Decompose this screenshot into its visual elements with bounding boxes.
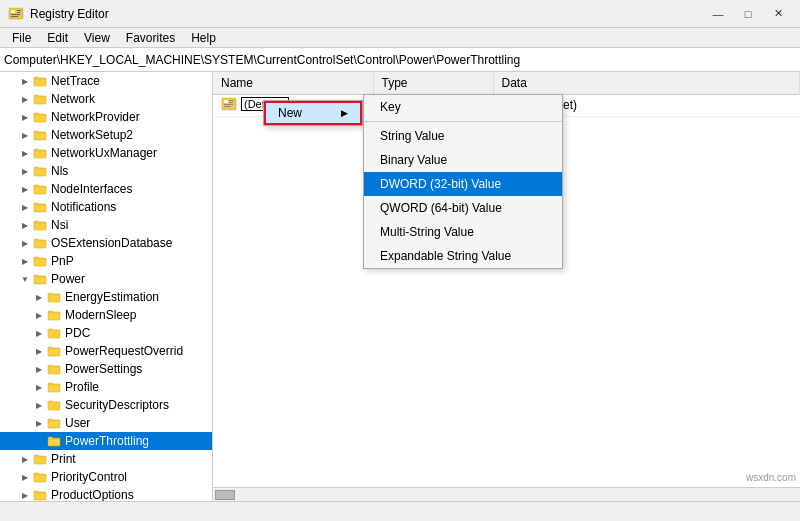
- content-panel: Name Type Data (Default)REG_SZ(value not…: [213, 72, 800, 501]
- tree-item-prioritycontrol[interactable]: PriorityControl: [0, 468, 212, 486]
- tree-label: User: [65, 416, 90, 430]
- expander-icon[interactable]: [18, 182, 32, 196]
- tree-item-securitydescriptors[interactable]: SecurityDescriptors: [0, 396, 212, 414]
- tree-item-pdc[interactable]: PDC: [0, 324, 212, 342]
- menu-edit[interactable]: Edit: [39, 28, 76, 48]
- submenu-divider: [364, 121, 562, 122]
- tree-label: NetworkSetup2: [51, 128, 133, 142]
- expander-icon[interactable]: [18, 146, 32, 160]
- expander-icon[interactable]: [32, 308, 46, 322]
- new-arrow: ▶: [341, 108, 348, 118]
- expander-icon[interactable]: [18, 452, 32, 466]
- submenu-item-multi-string-value[interactable]: Multi-String Value: [364, 220, 562, 244]
- tree-item-networkprovider[interactable]: NetworkProvider: [0, 108, 212, 126]
- menu-view[interactable]: View: [76, 28, 118, 48]
- submenu-item-string-value[interactable]: String Value: [364, 124, 562, 148]
- expander-icon[interactable]: [18, 236, 32, 250]
- folder-icon: [46, 362, 62, 376]
- tree-item-energyestimation[interactable]: EnergyEstimation: [0, 288, 212, 306]
- title-text: Registry Editor: [30, 7, 109, 21]
- tree-item-productoptions[interactable]: ProductOptions: [0, 486, 212, 501]
- svg-rect-9: [229, 102, 233, 103]
- address-text: Computer\HKEY_LOCAL_MACHINE\SYSTEM\Curre…: [4, 53, 520, 67]
- submenu-item-expandable-string-value[interactable]: Expandable String Value: [364, 244, 562, 268]
- new-menu-item[interactable]: New ▶: [264, 101, 362, 125]
- expander-icon[interactable]: [18, 272, 32, 286]
- tree-item-network[interactable]: Network: [0, 90, 212, 108]
- status-bar: [0, 501, 800, 521]
- menu-favorites[interactable]: Favorites: [118, 28, 183, 48]
- submenu-item-key[interactable]: Key: [364, 95, 562, 119]
- expander-icon[interactable]: [18, 110, 32, 124]
- tree-item-notifications[interactable]: Notifications: [0, 198, 212, 216]
- menu-help[interactable]: Help: [183, 28, 224, 48]
- expander-icon[interactable]: [32, 380, 46, 394]
- tree-label: NetworkProvider: [51, 110, 140, 124]
- expander-icon[interactable]: [18, 254, 32, 268]
- registry-editor-icon: [8, 6, 24, 22]
- menu-file[interactable]: File: [4, 28, 39, 48]
- expander-icon[interactable]: [32, 290, 46, 304]
- folder-icon: [46, 326, 62, 340]
- tree-label: Nsi: [51, 218, 68, 232]
- folder-icon: [32, 470, 48, 484]
- expander-icon[interactable]: [18, 128, 32, 142]
- expander-icon[interactable]: [32, 362, 46, 376]
- col-name: Name: [213, 72, 373, 94]
- tree-item-networksetup2[interactable]: NetworkSetup2: [0, 126, 212, 144]
- tree-label: Network: [51, 92, 95, 106]
- submenu-item-dword-32-bit-value[interactable]: DWORD (32-bit) Value: [364, 172, 562, 196]
- tree-item-powersettings[interactable]: PowerSettings: [0, 360, 212, 378]
- expander-icon[interactable]: [18, 74, 32, 88]
- expander-icon[interactable]: [18, 488, 32, 501]
- tree-item-pnp[interactable]: PnP: [0, 252, 212, 270]
- expander-icon[interactable]: [32, 326, 46, 340]
- expander-icon[interactable]: [18, 164, 32, 178]
- expander-icon[interactable]: [18, 92, 32, 106]
- expander-icon[interactable]: [18, 200, 32, 214]
- tree-item-profile[interactable]: Profile: [0, 378, 212, 396]
- tree-item-user[interactable]: User: [0, 414, 212, 432]
- h-scroll-thumb[interactable]: [215, 490, 235, 500]
- expander-icon[interactable]: [32, 398, 46, 412]
- tree-label: PnP: [51, 254, 74, 268]
- folder-icon: [32, 200, 48, 214]
- tree-item-nls[interactable]: Nls: [0, 162, 212, 180]
- tree-label: PowerSettings: [65, 362, 142, 376]
- expander-icon[interactable]: [32, 344, 46, 358]
- folder-icon: [46, 308, 62, 322]
- folder-icon: [46, 398, 62, 412]
- tree-item-nodeinterfaces[interactable]: NodeInterfaces: [0, 180, 212, 198]
- tree-item-powerthrottling[interactable]: PowerThrottling: [0, 432, 212, 450]
- tree-label: ProductOptions: [51, 488, 134, 501]
- svg-rect-5: [11, 16, 18, 17]
- horizontal-scrollbar[interactable]: [213, 487, 800, 501]
- close-button[interactable]: ✕: [764, 4, 792, 24]
- tree-item-nsi[interactable]: Nsi: [0, 216, 212, 234]
- tree-label: PDC: [65, 326, 90, 340]
- minimize-button[interactable]: —: [704, 4, 732, 24]
- folder-icon: [46, 344, 62, 358]
- tree-label: NetworkUxManager: [51, 146, 157, 160]
- tree-item-osextensiondatabase[interactable]: OSExtensionDatabase: [0, 234, 212, 252]
- maximize-button[interactable]: □: [734, 4, 762, 24]
- tree-item-power[interactable]: Power: [0, 270, 212, 288]
- svg-rect-1: [11, 10, 15, 13]
- tree-item-print[interactable]: Print: [0, 450, 212, 468]
- folder-icon: [46, 290, 62, 304]
- submenu-item-binary-value[interactable]: Binary Value: [364, 148, 562, 172]
- tree-label: EnergyEstimation: [65, 290, 159, 304]
- expander-icon[interactable]: [18, 470, 32, 484]
- tree-label: Nls: [51, 164, 68, 178]
- tree-panel[interactable]: NetTrace Network NetworkProvider Network…: [0, 72, 213, 501]
- tree-item-powerrequestoverrid[interactable]: PowerRequestOverrid: [0, 342, 212, 360]
- folder-icon: [32, 146, 48, 160]
- expander-icon[interactable]: [18, 218, 32, 232]
- tree-item-nettrace[interactable]: NetTrace: [0, 72, 212, 90]
- submenu-item-qword-64-bit-value[interactable]: QWORD (64-bit) Value: [364, 196, 562, 220]
- tree-item-networkuxmanager[interactable]: NetworkUxManager: [0, 144, 212, 162]
- expander-icon[interactable]: [32, 416, 46, 430]
- tree-item-modernsleep[interactable]: ModernSleep: [0, 306, 212, 324]
- tree-label: ModernSleep: [65, 308, 136, 322]
- col-type: Type: [373, 72, 493, 94]
